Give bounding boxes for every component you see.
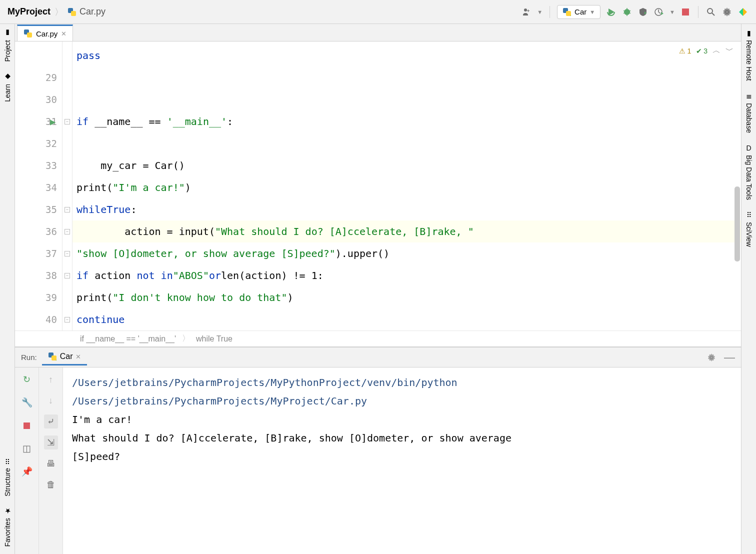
wrench-icon[interactable]: 🔧 — [20, 396, 34, 410]
fold-toggle-icon[interactable]: − — [64, 317, 70, 322]
profile-button[interactable] — [654, 6, 664, 18]
code-line[interactable]: print("I'm a car!") — [72, 176, 741, 198]
code-line[interactable]: while True: — [72, 198, 741, 220]
line-number[interactable] — [15, 44, 62, 66]
dropdown-caret-icon[interactable]: ▼ — [670, 9, 675, 15]
trash-icon[interactable]: 🗑 — [44, 478, 58, 492]
check-indicator[interactable]: ✔ 3 — [696, 47, 708, 55]
prev-highlight-icon[interactable]: ︿ — [712, 46, 720, 56]
layout-icon[interactable]: ◫ — [20, 442, 34, 456]
run-tab[interactable]: Car ✕ — [42, 349, 88, 366]
minimize-icon[interactable]: — — [724, 352, 735, 363]
breadcrumb-item[interactable]: while True — [196, 334, 232, 344]
line-number[interactable]: 36 — [15, 220, 62, 242]
favorites-tool-button[interactable]: Favorites ★ — [4, 507, 12, 547]
scroll-to-end-icon[interactable]: ⇲ — [44, 436, 58, 450]
chevron-right-icon: 〉 — [54, 6, 64, 18]
console-line: /Users/jetbrains/PycharmProjects/MyProje… — [72, 392, 732, 410]
line-number[interactable]: 32 — [15, 132, 62, 154]
fold-toggle-icon[interactable]: − — [64, 229, 70, 234]
project-tool-button[interactable]: Project ▮ — [4, 29, 12, 62]
vertical-scrollbar[interactable] — [734, 186, 740, 262]
soft-wrap-icon[interactable]: ⤶ — [44, 414, 58, 428]
code-area[interactable]: passif __name__ == '__main__': my_car = … — [72, 42, 741, 330]
sciview-tool-button[interactable]: ⠿ SciView — [745, 211, 753, 247]
remote-host-tool-button[interactable]: ▮ Remote Host — [745, 29, 753, 81]
jetbrains-icon[interactable] — [738, 6, 748, 18]
database-tool-button[interactable]: ≣ Database — [745, 92, 753, 133]
code-line[interactable]: "show [O]dometer, or show average [S]pee… — [72, 242, 741, 264]
close-icon[interactable]: ✕ — [61, 30, 66, 38]
code-line[interactable]: continue — [72, 308, 741, 330]
run-tool-window: Run: Car ✕ — ↻ 🔧 ◫ 📌 — [15, 346, 741, 554]
line-number[interactable]: 29 — [15, 66, 62, 88]
code-line[interactable]: if __name__ == '__main__': — [72, 110, 741, 132]
print-icon[interactable]: 🖶 — [44, 456, 58, 470]
warning-indicator[interactable]: ⚠ 1 — [679, 47, 691, 55]
stop-icon[interactable] — [20, 418, 34, 432]
console-output[interactable]: /Users/jetbrains/PycharmProjects/MyPytho… — [63, 368, 741, 554]
code-line[interactable]: action = input("What should I do? [A]cce… — [72, 220, 741, 242]
code-line[interactable] — [72, 66, 741, 88]
line-number[interactable]: 33 — [15, 154, 62, 176]
coverage-button[interactable] — [638, 6, 648, 18]
project-name[interactable]: MyProject — [8, 6, 50, 17]
next-highlight-icon[interactable]: ﹀ — [726, 46, 734, 56]
learn-tool-button[interactable]: Learn ◆ — [4, 73, 12, 102]
search-icon[interactable] — [706, 6, 716, 18]
code-line[interactable]: pass — [72, 44, 741, 66]
line-number[interactable]: 30 — [15, 88, 62, 110]
python-run-icon — [48, 352, 57, 361]
python-file-icon — [68, 8, 76, 16]
line-number[interactable]: 38 — [15, 264, 62, 286]
remote-icon: ▮ — [747, 29, 751, 37]
inspections-widget[interactable]: ⚠ 1 ✔ 3 ︿ ﹀ — [679, 46, 734, 56]
fold-toggle-icon[interactable]: − — [64, 207, 70, 212]
run-button[interactable] — [606, 6, 616, 18]
big-data-tools-button[interactable]: D Big Data Tools — [745, 144, 753, 200]
editor-tab[interactable]: Car.py ✕ — [17, 24, 73, 41]
fold-toggle-icon[interactable]: − — [64, 273, 70, 278]
settings-icon[interactable] — [706, 352, 717, 363]
stop-button[interactable] — [680, 6, 691, 18]
structure-icon: ⠿ — [5, 457, 10, 465]
svg-point-0 — [624, 9, 630, 15]
debug-button[interactable] — [622, 6, 632, 18]
folder-icon: ▮ — [6, 29, 10, 37]
run-console-toolbar: ↑ ↓ ⤶ ⇲ 🖶 🗑 — [39, 368, 63, 554]
pin-icon[interactable]: 📌 — [20, 464, 34, 478]
code-line[interactable]: if action not in "ABOS" or len(action) !… — [72, 264, 741, 286]
line-number[interactable]: 35 — [15, 198, 62, 220]
dropdown-caret-icon[interactable]: ▼ — [537, 9, 542, 15]
chevron-down-icon: ▼ — [590, 9, 595, 15]
fold-toggle-icon[interactable]: − — [64, 251, 70, 256]
star-icon: ★ — [4, 507, 10, 515]
line-number[interactable]: 40 — [15, 308, 62, 330]
line-number[interactable]: 34 — [15, 176, 62, 198]
code-line[interactable] — [72, 132, 741, 154]
svg-point-3 — [708, 8, 712, 14]
rerun-icon[interactable]: ↻ — [20, 372, 34, 386]
gutter-run-icon[interactable]: ▶ — [50, 116, 56, 127]
settings-icon[interactable] — [722, 6, 732, 18]
breadcrumb-file[interactable]: Car.py — [68, 6, 106, 17]
code-line[interactable]: my_car = Car() — [72, 154, 741, 176]
fold-toggle-icon[interactable]: − — [64, 119, 70, 124]
line-number[interactable]: 39 — [15, 286, 62, 308]
up-arrow-icon[interactable]: ↑ — [44, 372, 58, 386]
svg-rect-6 — [24, 422, 30, 429]
line-number[interactable]: 37 — [15, 242, 62, 264]
structure-tool-button[interactable]: Structure ⠿ — [4, 457, 12, 496]
down-arrow-icon[interactable]: ↓ — [44, 394, 58, 408]
code-line[interactable]: print("I don't know how to do that") — [72, 286, 741, 308]
add-user-icon[interactable] — [521, 6, 532, 18]
breadcrumb-item[interactable]: if __name__ == '__main__' — [80, 334, 176, 344]
close-icon[interactable]: ✕ — [76, 353, 81, 360]
bigdata-icon: D — [746, 144, 751, 152]
editor[interactable]: ⚠ 1 ✔ 3 ︿ ﹀ 293031▶323334353637383940 −−… — [15, 42, 741, 330]
line-number[interactable]: 31▶ — [15, 110, 62, 132]
run-config-selector[interactable]: Car ▼ — [557, 5, 600, 19]
divider — [698, 6, 698, 18]
code-line[interactable] — [72, 88, 741, 110]
run-title: Run: — [21, 353, 37, 362]
